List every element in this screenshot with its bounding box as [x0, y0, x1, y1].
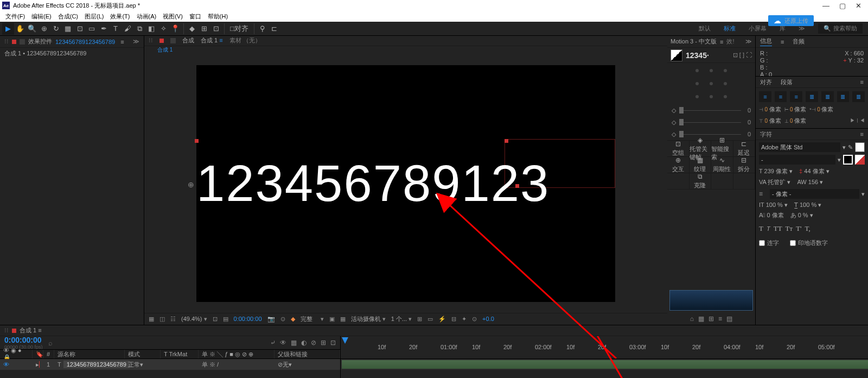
panel-grip-icon[interactable]: ⁝⁝ — [4, 327, 9, 334]
tracking[interactable]: 156 — [808, 179, 818, 185]
menu-view[interactable]: 视图(V) — [159, 11, 186, 22]
flowchart-icon[interactable]: ✦ — [462, 316, 467, 323]
pixel-aspect-icon[interactable]: ▭ — [427, 316, 433, 323]
clone-tool[interactable]: ⧉ — [133, 23, 145, 35]
workspace-small[interactable]: 小屏幕 — [749, 24, 767, 33]
effect-controls-layer-link[interactable]: 123456789123456789 — [55, 39, 115, 45]
hand-tool[interactable]: ✋ — [14, 23, 26, 35]
motion-blur-icon[interactable]: ⊘ — [311, 339, 316, 346]
rotate-tool[interactable]: ↻ — [50, 23, 62, 35]
text-layer-content[interactable]: 123456789123 — [196, 154, 550, 213]
maximize-button[interactable]: ▢ — [839, 2, 846, 10]
grid-icon[interactable]: ⊞ — [709, 315, 714, 323]
layer-duration-bar[interactable] — [342, 360, 868, 369]
anchor-grid[interactable] — [667, 63, 755, 104]
panel-lock-icon[interactable] — [20, 39, 25, 45]
hindi-digits-checkbox[interactable]: 印地语数字 — [790, 239, 828, 247]
tsume[interactable]: 0 — [798, 212, 801, 218]
channel-icon[interactable]: ◫ — [159, 316, 165, 323]
align-left-icon[interactable]: ≡ — [759, 91, 771, 102]
eraser-tool[interactable]: ◧ — [145, 23, 157, 35]
anchor-point-icon[interactable]: ⊕ — [188, 180, 194, 189]
timeline-layer-row[interactable]: 👁 ▸ 1 T123456789123456789 正常 ▾ 单 ※ / ⊘ 无… — [0, 359, 340, 370]
blend-mode-select[interactable]: 正常 — [128, 361, 140, 369]
graph-editor-icon[interactable]: ⊞ — [321, 339, 326, 346]
graph-icon[interactable]: ▤ — [726, 315, 732, 323]
reset-exposure-icon[interactable]: ⊙ — [472, 316, 477, 323]
pan-behind-tool[interactable]: ⊡ — [74, 23, 86, 35]
align-center-icon[interactable]: ≡ — [775, 91, 787, 102]
font-size[interactable]: 239 — [764, 168, 774, 174]
align-tab[interactable]: 对齐 — [760, 78, 772, 86]
bracket-icon[interactable]: [ ] — [739, 52, 744, 59]
target-icon[interactable]: ⊡ — [733, 52, 738, 59]
font-family-select[interactable]: Adobe 黑体 Std — [759, 142, 840, 152]
comp-subtab[interactable]: 合成 1 — [157, 47, 173, 53]
motion-keyframe[interactable]: ◈托管关键帧 — [690, 141, 712, 157]
menu-layer[interactable]: 图层(L) — [81, 11, 107, 22]
roi-icon[interactable]: ▣ — [329, 316, 335, 323]
panel-grip-icon[interactable]: ⁝⁝ — [149, 37, 153, 44]
time-ruler[interactable]: 10f20f01:00f10f20f02:00f10f20f03:00f10f2… — [341, 336, 868, 359]
shy-icon[interactable]: 👁 — [280, 339, 286, 346]
audio-tab[interactable]: 音频 — [793, 37, 805, 46]
color-mgmt-icon[interactable]: ◆ — [291, 316, 295, 323]
view-axis-icon[interactable]: ⊡ — [210, 23, 222, 35]
character-tab[interactable]: 字符 — [760, 130, 772, 138]
slider-1[interactable]: ◇0 — [667, 104, 755, 116]
draft3d-icon[interactable]: ▦ — [291, 339, 297, 346]
paragraph-tab[interactable]: 段落 — [781, 78, 793, 86]
playhead[interactable] — [342, 337, 348, 344]
close-tab-icon[interactable] — [12, 329, 16, 333]
menu-file[interactable]: 文件(F) — [2, 11, 28, 22]
res-icon[interactable]: ☷ — [170, 316, 176, 323]
frame-blend-icon[interactable]: ◐ — [301, 339, 307, 346]
show-snapshot-icon[interactable]: ⊙ — [280, 316, 285, 323]
puppet-tool[interactable]: 📍 — [169, 23, 181, 35]
panel-collapse-icon[interactable]: ≫ — [133, 38, 139, 45]
layer-handle[interactable] — [195, 139, 199, 143]
menu-animation[interactable]: 动画(A) — [133, 11, 160, 22]
current-timecode[interactable]: 0:00:00:00 — [4, 336, 43, 344]
close-panel-icon[interactable] — [12, 40, 16, 44]
close-tab-icon[interactable] — [159, 39, 164, 43]
color-swatch[interactable] — [671, 49, 682, 61]
comp-tab-active[interactable]: 合成 1 ≡ — [201, 36, 223, 45]
comp-mini-flowchart-icon[interactable]: ⤶ — [270, 339, 276, 346]
font-style-select[interactable]: - — [759, 155, 835, 165]
no-stroke-swatch[interactable] — [855, 155, 865, 165]
type-tool[interactable]: T — [110, 23, 122, 35]
pen-tool[interactable]: ✒ — [98, 23, 110, 35]
motion-tab[interactable]: Motion 3 - 中文版 — [671, 37, 717, 46]
justify-all-icon[interactable]: ≣ — [852, 91, 865, 102]
align-right-icon[interactable]: ≡ — [790, 91, 802, 102]
leading[interactable]: 44 — [804, 168, 810, 174]
workspace-default[interactable]: 默认 — [699, 24, 711, 33]
fast-preview-icon[interactable]: ⚡ — [438, 316, 446, 323]
justify-left-icon[interactable]: ≣ — [806, 91, 818, 102]
zoom-tool[interactable]: 🔍 — [26, 23, 38, 35]
vscale[interactable]: 100 — [766, 201, 776, 208]
slider-2[interactable]: ◇0 — [667, 116, 755, 128]
camera-dropdown[interactable]: 活动摄像机 ▾ — [351, 315, 386, 323]
close-button[interactable]: ✕ — [856, 2, 861, 10]
timeline-tab[interactable]: 合成 1 ≡ — [20, 326, 42, 335]
orbit-tool[interactable]: ⊕ — [38, 23, 50, 35]
views-dropdown[interactable]: 1 个... ▾ — [391, 315, 412, 323]
grid-icon[interactable]: ▤ — [223, 316, 228, 323]
current-time[interactable]: 0:00:00:00 — [234, 316, 262, 322]
depth-icon[interactable]: ⊞ — [417, 316, 422, 323]
workspace-standard[interactable]: 标准 — [724, 24, 736, 33]
stroke-option-select[interactable]: - 像素 - — [770, 189, 859, 199]
shape-tool[interactable]: ▭ — [86, 23, 98, 35]
resolution-dropdown[interactable]: 完整 ▾ — [301, 315, 324, 323]
snap-edge-icon[interactable]: ⊏ — [269, 23, 280, 35]
panel-menu-icon[interactable]: ≡ — [120, 39, 124, 45]
slider-3[interactable]: ◇0 — [667, 128, 755, 140]
exposure-value[interactable]: +0.0 — [482, 316, 494, 322]
justify-center-icon[interactable]: ≣ — [821, 91, 834, 102]
minimize-button[interactable]: — — [822, 2, 829, 10]
layer-bar-track[interactable] — [341, 359, 868, 370]
timeline-search[interactable]: ⌕ — [48, 339, 53, 347]
settings-icon[interactable]: ▦ — [698, 315, 704, 323]
